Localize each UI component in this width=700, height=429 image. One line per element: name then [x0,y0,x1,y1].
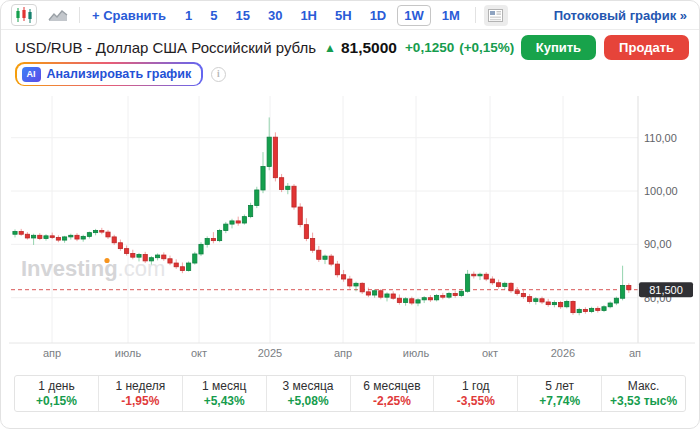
buy-button[interactable]: Купить [521,35,596,60]
x-axis-labels[interactable]: априюльокт2025априюльокт2026ап [43,347,641,359]
candlestick-chart-type-button[interactable] [11,4,37,26]
svg-text:100,00: 100,00 [644,185,678,197]
svg-text:2025: 2025 [258,347,282,359]
svg-text:окт: окт [482,347,498,359]
interval-button-1d[interactable]: 1D [363,5,394,26]
price-change-percent: (+0,15%) [459,40,514,55]
compare-button[interactable]: + Сравнить [88,6,170,25]
chart-toolbar: + Сравнить 1515301H5H1D1W1M Потоковый гр… [1,1,699,30]
svg-text:110,00: 110,00 [644,132,677,144]
interval-button-1w[interactable]: 1W [397,5,431,26]
performance-change-value: -3,55% [457,394,495,408]
area-chart-icon [48,7,68,23]
performance-cell[interactable]: 1 день+0,15% [15,376,99,411]
performance-change-value: +0,15% [36,394,77,408]
performance-change-value: +3,53 тыс% [610,394,677,408]
svg-text:2026: 2026 [551,347,575,359]
interval-button-1[interactable]: 1 [178,5,199,26]
price-chart[interactable]: Investing.comаприюльокт2025априюльокт202… [1,89,700,369]
performance-row: 1 день+0,15%1 неделя-1,95%1 месяц+5,43%3… [14,375,686,412]
candlestick-icon [15,6,33,24]
performance-change-value: +7,74% [539,394,580,408]
ai-analyze-row: AI Анализировать график i [15,62,226,86]
info-icon[interactable]: i [211,67,226,82]
last-price: 81,5000 [341,39,397,57]
svg-text:90,00: 90,00 [644,238,672,250]
interval-buttons: 1515301H5H1D1W1M [178,5,467,26]
price-change: +0,1250 [405,40,454,55]
svg-text:апр: апр [43,347,61,359]
analyze-chart-label: Анализировать график [47,67,192,81]
analyze-chart-button[interactable]: AI Анализировать график [15,62,203,86]
chart-grid [11,96,638,343]
interval-button-30[interactable]: 30 [261,5,289,26]
performance-cell[interactable]: 1 год-3,55% [434,376,518,411]
price-up-arrow-icon: ▲ [324,41,336,55]
performance-cell[interactable]: 6 месяцев-2,25% [351,376,435,411]
performance-change-value: +5,08% [288,394,329,408]
performance-change-value: +5,43% [204,394,245,408]
performance-cell[interactable]: 5 лет+7,74% [518,376,602,411]
interval-button-1m[interactable]: 1M [435,5,467,26]
interval-button-1h[interactable]: 1H [293,5,324,26]
chart-area: Investing.comаприюльокт2025априюльокт202… [1,89,700,369]
performance-period-label: 1 день [38,379,75,393]
svg-text:июль: июль [403,347,430,359]
current-price-badge: 81,500 [639,282,693,297]
performance-period-label: 1 месяц [202,379,246,393]
performance-period-label: 1 неделя [115,379,165,393]
interval-button-5h[interactable]: 5H [328,5,359,26]
performance-period-label: Макс. [628,379,660,393]
y-axis-labels[interactable]: 110,00100,0090,0080,00 [644,132,678,304]
performance-period-label: 1 год [462,379,490,393]
sell-button[interactable]: Продать [604,35,689,60]
svg-text:ап: ап [629,347,641,359]
performance-cell[interactable]: 1 месяц+5,43% [183,376,267,411]
streaming-chart-link[interactable]: Потоковый график » [554,8,689,23]
toolbar-divider [475,7,476,23]
svg-text:81,500: 81,500 [649,284,683,296]
performance-period-label: 5 лет [545,379,574,393]
interval-button-15[interactable]: 15 [228,5,256,26]
instrument-title: USD/RUB - Доллар США Российский рубль [15,39,316,56]
chart-widget-card: + Сравнить 1515301H5H1D1W1M Потоковый гр… [0,0,700,429]
performance-change-value: -1,95% [121,394,159,408]
performance-change-value: -2,25% [373,394,411,408]
candles [13,117,631,315]
performance-period-label: 3 месяца [283,379,334,393]
performance-cell[interactable]: Макс.+3,53 тыс% [602,376,685,411]
analyze-chart-button-inner[interactable]: AI Анализировать график [17,64,202,85]
svg-text:апр: апр [334,347,352,359]
panel-layout-button[interactable] [484,5,508,26]
area-chart-type-button[interactable] [45,4,71,26]
ai-badge-icon: AI [22,67,41,82]
performance-period-label: 6 месяцев [363,379,420,393]
panel-layout-icon [488,9,503,22]
svg-text:окт: окт [191,347,207,359]
instrument-header: USD/RUB - Доллар США Российский рубль ▲ … [15,34,689,61]
performance-cell[interactable]: 3 месяца+5,08% [267,376,351,411]
svg-text:июль: июль [115,347,142,359]
performance-cell[interactable]: 1 неделя-1,95% [99,376,183,411]
toolbar-divider [79,7,80,23]
interval-button-5[interactable]: 5 [203,5,224,26]
